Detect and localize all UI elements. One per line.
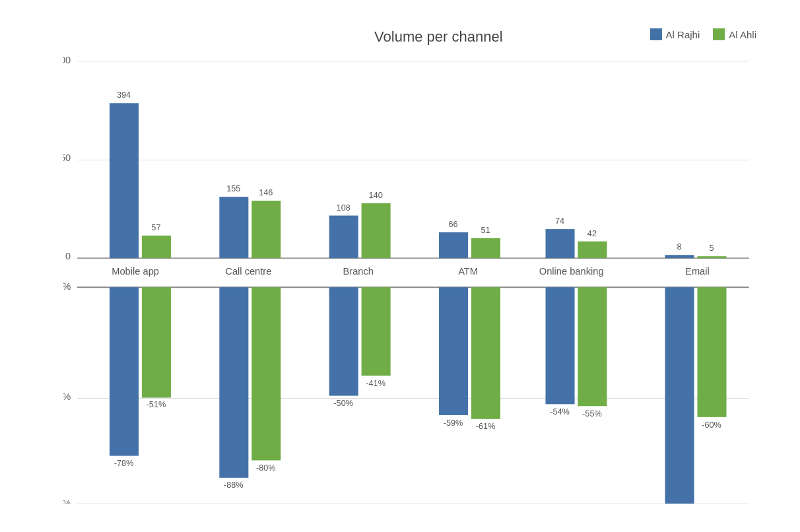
svg-text:57: 57	[151, 222, 160, 232]
svg-text:Email: Email	[685, 266, 710, 277]
y-sent-50: -50%	[63, 391, 71, 402]
legend: Al Rajhi Al Ahli	[650, 28, 756, 40]
svg-text:-50%: -50%	[333, 398, 353, 408]
svg-text:66: 66	[448, 219, 457, 229]
svg-text:-78%: -78%	[114, 458, 134, 468]
sent-bar-branch-ahli	[362, 287, 391, 376]
svg-text:155: 155	[226, 183, 240, 193]
svg-text:108: 108	[337, 203, 350, 213]
ahli-legend-label: Al Ahli	[729, 29, 756, 40]
svg-text:-80%: -80%	[256, 463, 276, 473]
svg-text:5: 5	[709, 243, 714, 253]
svg-text:-59%: -59%	[444, 418, 463, 428]
svg-text:74: 74	[555, 216, 564, 226]
y-vol-250: 250	[63, 152, 71, 163]
bar-mobile-rajhi	[110, 103, 139, 258]
sent-bar-atm-ahli	[471, 287, 500, 419]
svg-text:Mobile app: Mobile app	[112, 266, 159, 277]
svg-text:-41%: -41%	[366, 378, 385, 388]
sent-bar-email-ahli	[697, 287, 726, 417]
bar-branch-rajhi	[329, 216, 358, 259]
sent-bar-branch-rajhi	[329, 287, 358, 395]
y-sent-100: -100%	[63, 498, 71, 504]
svg-text:0%: 0%	[63, 281, 71, 292]
svg-text:-60%: -60%	[702, 420, 721, 430]
bar-email-rajhi	[665, 255, 694, 258]
sent-bar-email-rajhi	[665, 287, 694, 504]
svg-text:Call centre: Call centre	[225, 266, 271, 277]
sent-bar-atm-rajhi	[439, 287, 468, 415]
legend-ahli: Al Ahli	[713, 28, 756, 40]
svg-text:-51%: -51%	[147, 399, 166, 409]
bar-branch-ahli	[362, 203, 391, 258]
bar-atm-ahli	[471, 238, 500, 258]
svg-text:-88%: -88%	[224, 481, 244, 490]
svg-text:-61%: -61%	[476, 421, 496, 431]
svg-text:-54%: -54%	[550, 407, 570, 416]
svg-text:394: 394	[117, 90, 131, 100]
sent-bar-mobile-ahli	[142, 287, 171, 397]
sent-bar-online-ahli	[578, 287, 607, 406]
bar-mobile-ahli	[142, 236, 171, 258]
bar-callcentre-rajhi	[219, 197, 248, 258]
sent-bar-callcentre-rajhi	[219, 287, 248, 478]
main-chart-svg: 500 250 0 394 57 Mobile app 155 146 Call…	[63, 51, 756, 504]
ahli-legend-color	[713, 28, 725, 40]
rajhi-legend-label: Al Rajhi	[666, 29, 700, 40]
bar-online-rajhi	[546, 229, 575, 258]
y-vol-500: 500	[63, 55, 71, 65]
rajhi-legend-color	[650, 28, 662, 40]
legend-rajhi: Al Rajhi	[650, 28, 700, 40]
chart-container: Volume per channel Al Rajhi Al Ahli 500 …	[17, 15, 783, 517]
svg-text:ATM: ATM	[458, 266, 478, 277]
sent-bar-online-rajhi	[546, 287, 575, 404]
y-vol-0: 0	[65, 251, 71, 261]
bar-callcentre-ahli	[251, 201, 281, 258]
svg-text:42: 42	[587, 228, 597, 238]
svg-text:146: 146	[259, 187, 273, 197]
svg-text:Online banking: Online banking	[539, 266, 604, 277]
svg-text:-55%: -55%	[582, 409, 602, 418]
svg-text:140: 140	[369, 190, 383, 200]
svg-text:8: 8	[677, 242, 682, 251]
sent-bar-callcentre-ahli	[251, 287, 281, 460]
chart-title: Volume per channel	[374, 28, 502, 46]
svg-text:51: 51	[481, 225, 490, 235]
sent-bar-mobile-rajhi	[110, 287, 139, 455]
bar-email-ahli	[697, 256, 726, 258]
svg-text:Branch: Branch	[343, 266, 373, 277]
bar-online-ahli	[578, 242, 607, 258]
bar-atm-rajhi	[439, 232, 468, 258]
